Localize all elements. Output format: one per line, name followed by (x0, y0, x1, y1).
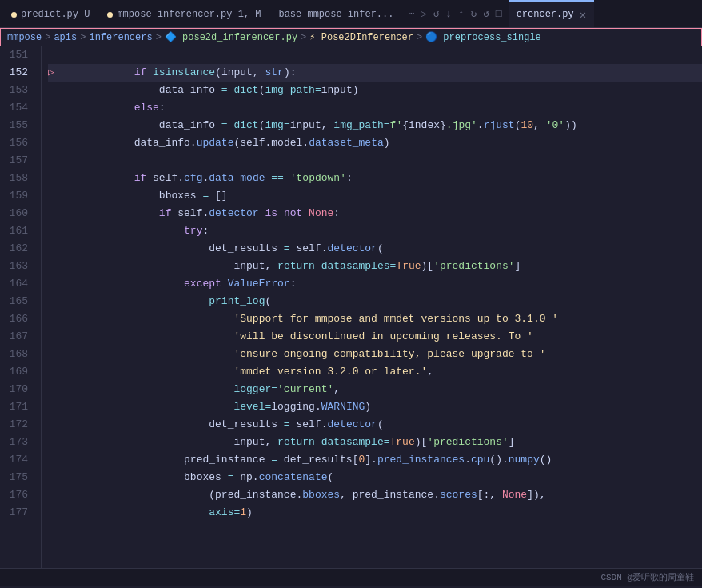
line-num-158: 158 (0, 170, 34, 187)
code-line-158: if self.cfg.data_mode == 'topdown': (48, 170, 702, 187)
code-line-170: logger='current', (48, 381, 702, 398)
tab-label: base_mmpose_infer... (278, 9, 393, 20)
bc-sep2: > (80, 32, 86, 43)
line-num-171: 171 (0, 398, 34, 416)
line-num-159: 159 (0, 187, 34, 205)
code-line-152: ▷ if isinstance(input, str): (48, 64, 702, 82)
line-num-176: 176 (0, 486, 34, 504)
bc-class[interactable]: ⚡ Pose2DInferencer (309, 31, 413, 43)
bc-file[interactable]: 🔷 pose2d_inferencer.py (165, 31, 297, 43)
bc-sep1: > (45, 32, 50, 43)
bc-sep3: > (156, 32, 162, 43)
modified-dot (11, 12, 17, 18)
tab-mmpose-inferencer[interactable]: mmpose_inferencer.py 1, M (99, 0, 269, 27)
line-num-169: 169 (0, 363, 34, 381)
code-line-171: level=logging.WARNING) (48, 398, 702, 416)
code-line-160: if self.detector is not None: (48, 205, 702, 222)
line-num-161: 161 (0, 222, 34, 240)
code-line-174: pred_instance = det_results[0].pred_inst… (48, 451, 702, 469)
tab-label: erencer.py (517, 9, 574, 20)
bc-apis[interactable]: apis (54, 32, 77, 43)
line-num-165: 165 (0, 293, 34, 310)
code-content: ▷ if isinstance(input, str): data_info =… (42, 46, 702, 568)
code-line-168: 'ensure ongoing compatibility, please up… (48, 346, 702, 363)
modified-dot (107, 12, 113, 18)
tab-base-mmpose[interactable]: base_mmpose_infer... (270, 0, 401, 27)
code-line-154: else: (48, 99, 702, 117)
breadcrumb: mmpose > apis > inferencers > 🔷 pose2d_i… (0, 28, 702, 46)
tab-bar: predict.py U mmpose_inferencer.py 1, M b… (0, 0, 702, 28)
code-line-153: data_info = dict(img_path=input) (48, 82, 702, 99)
debug-arrow-icon: ▷ (48, 64, 59, 82)
line-num-155: 155 (0, 117, 34, 134)
line-num-154: 154 (0, 99, 34, 117)
code-line-164: except ValueError: (48, 275, 702, 293)
line-num-174: 174 (0, 451, 34, 469)
line-num-166: 166 (0, 310, 34, 328)
line-num-172: 172 (0, 416, 34, 434)
status-bar: CSDN @爱听歌的周童鞋 (0, 568, 702, 586)
line-num-173: 173 (0, 434, 34, 451)
tab-label: predict.py U (21, 9, 90, 20)
line-num-164: 164 (0, 275, 34, 293)
line-num-177: 177 (0, 504, 34, 522)
code-line-161: try: (48, 222, 702, 240)
bc-mmpose[interactable]: mmpose (7, 32, 42, 43)
bc-inferencers[interactable]: inferencers (89, 32, 152, 43)
line-num-170: 170 (0, 381, 34, 398)
code-line-173: input, return_datasample=True)['predicti… (48, 434, 702, 451)
bc-method[interactable]: 🔵 preprocess_single (425, 31, 541, 43)
line-num-175: 175 (0, 469, 34, 486)
tab-inferencer[interactable]: erencer.py ✕ (509, 0, 594, 27)
code-line-166: 'Support for mmpose and mmdet versions u… (48, 310, 702, 328)
code-line-155: data_info = dict(img=input, img_path=f'{… (48, 117, 702, 134)
tab-predict[interactable]: predict.py U (3, 0, 98, 27)
line-num-162: 162 (0, 240, 34, 258)
code-line-172: det_results = self.detector( (48, 416, 702, 434)
line-num-151: 151 (0, 46, 34, 64)
line-num-160: 160 (0, 205, 34, 222)
code-line-177: axis=1) (48, 504, 702, 522)
code-line-157 (48, 152, 702, 170)
code-line-176: (pred_instance.bboxes, pred_instance.sco… (48, 486, 702, 504)
code-line-156: data_info.update(self.model.dataset_meta… (48, 134, 702, 152)
code-line-167: 'will be discontinued in upcoming releas… (48, 328, 702, 346)
code-line-159: bboxes = [] (48, 187, 702, 205)
line-num-163: 163 (0, 258, 34, 275)
close-icon[interactable]: ✕ (580, 8, 586, 22)
line-num-153: 153 (0, 82, 34, 99)
code-line-175: bboxes = np.concatenate( (48, 469, 702, 486)
line-num-156: 156 (0, 134, 34, 152)
line-num-152: 152 (0, 64, 34, 82)
line-numbers: 151 152 153 154 155 156 157 158 159 160 … (0, 46, 42, 568)
line-num-168: 168 (0, 346, 34, 363)
bc-sep4: > (301, 32, 306, 43)
code-line-163: input, return_datasamples=True)['predict… (48, 258, 702, 275)
line-num-157: 157 (0, 152, 34, 170)
tab-label: mmpose_inferencer.py 1, M (117, 9, 261, 20)
line-num-167: 167 (0, 328, 34, 346)
code-line-162: det_results = self.detector( (48, 240, 702, 258)
code-line-169: 'mmdet version 3.2.0 or later.', (48, 363, 702, 381)
code-line-151 (48, 46, 702, 64)
bc-sep5: > (417, 32, 422, 43)
brand-label: CSDN @爱听歌的周童鞋 (600, 571, 694, 583)
tab-overflow: ⋯ ▷ ↺ ↓ ↑ ↻ ↺ □ (403, 7, 506, 20)
code-line-165: print_log( (48, 293, 702, 310)
debug-indicator-151 (48, 46, 59, 64)
code-area: 151 152 153 154 155 156 157 158 159 160 … (0, 46, 702, 568)
